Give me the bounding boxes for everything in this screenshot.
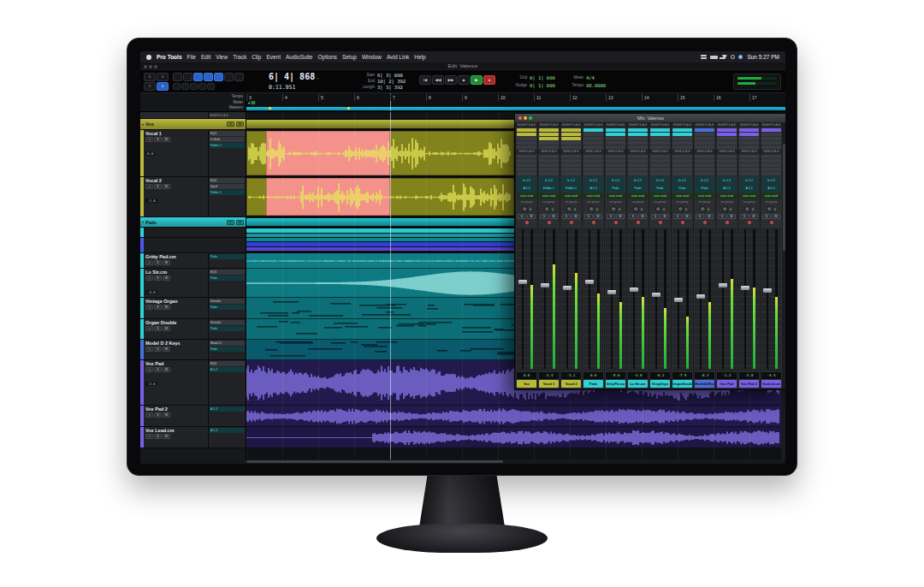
output-assignment[interactable]: A 1-2	[739, 185, 759, 192]
mute-button[interactable]: M	[727, 214, 736, 219]
send-slot[interactable]	[583, 159, 603, 163]
send-slot[interactable]	[628, 168, 648, 171]
grab-tool[interactable]	[204, 73, 213, 81]
automation-mode[interactable]: auto read	[561, 193, 581, 199]
solo-button[interactable]: S	[740, 214, 749, 219]
send-slot[interactable]	[739, 155, 759, 158]
insert-slot[interactable]	[583, 133, 603, 136]
zoom-button-1[interactable]	[173, 83, 181, 90]
insert-slot[interactable]	[739, 128, 759, 132]
input-assignment[interactable]: In 1-2	[650, 177, 670, 184]
send-slot[interactable]	[695, 168, 714, 171]
output-assignment[interactable]: A 1-2	[517, 185, 536, 192]
mute-button[interactable]: M	[772, 214, 780, 219]
solo-button[interactable]: S	[607, 214, 615, 219]
output-assignment[interactable]: A 1-2	[210, 406, 245, 412]
send-slot[interactable]	[650, 159, 670, 163]
fader-track[interactable]	[544, 229, 546, 369]
strip-name[interactable]: Vox Pad	[717, 380, 737, 388]
mode-button-shuffle[interactable]: S	[144, 73, 156, 81]
send-slot[interactable]	[539, 172, 559, 175]
solo-button[interactable]: S	[227, 220, 234, 225]
menu-item-clip[interactable]: Clip	[252, 54, 261, 60]
mute-button[interactable]: M	[594, 214, 602, 219]
send-slot[interactable]	[539, 155, 559, 158]
spotlight-icon[interactable]	[731, 55, 735, 59]
fader-track[interactable]	[767, 229, 768, 369]
output-assignment[interactable]: Pads	[672, 185, 692, 192]
insert-slot[interactable]	[761, 145, 781, 149]
send-slot[interactable]	[517, 168, 536, 171]
insert-slot[interactable]: Model D	[210, 341, 245, 346]
send-slot[interactable]	[695, 172, 714, 175]
output-assignment[interactable]: Pads	[210, 254, 245, 259]
send-slot[interactable]	[561, 159, 581, 163]
insert-slot[interactable]	[583, 128, 603, 132]
solo-button[interactable]: S	[540, 214, 548, 219]
insert-slot[interactable]	[650, 145, 670, 149]
insert-slot[interactable]	[539, 133, 559, 136]
track-header-track-5[interactable]	[140, 238, 246, 253]
record-enable-button[interactable]: ●	[145, 326, 153, 331]
bar-number[interactable]: 10	[498, 94, 506, 101]
send-slot[interactable]	[561, 155, 581, 158]
record-enable-button[interactable]	[748, 221, 751, 224]
mute-button[interactable]: M	[572, 214, 580, 219]
insert-slot[interactable]	[628, 145, 648, 149]
send-slot[interactable]	[672, 155, 692, 158]
ruler-lane-markers[interactable]: Markers	[143, 105, 243, 110]
pan-knob[interactable]	[544, 206, 550, 212]
insert-slot[interactable]	[761, 141, 781, 145]
mixer-strip-vocal-2[interactable]: INSERTS A-ESENDS A-EIn 1-2Folder 1auto r…	[560, 123, 582, 388]
record-enable-button[interactable]: ●	[145, 434, 153, 439]
solo-button[interactable]: S	[154, 326, 162, 331]
selection-field-value[interactable]: 6| 3| 000	[377, 73, 403, 78]
input-assignment[interactable]: In 1-2	[583, 177, 603, 184]
record-enable-button[interactable]	[770, 221, 773, 224]
track-header-gritty-pad-cm[interactable]: Gritty Pad.cm●SMPads	[140, 253, 246, 269]
menu-item-track[interactable]: Track	[233, 54, 246, 60]
main-counter-value[interactable]: 6| 4| 868	[269, 72, 315, 81]
menu-item-file[interactable]: File	[187, 54, 196, 60]
record-enable-button[interactable]: ●	[145, 347, 153, 352]
strip-name[interactable]: Vox Pad 2	[739, 380, 759, 388]
send-slot[interactable]	[606, 159, 625, 163]
bar-number[interactable]: 13	[606, 94, 613, 101]
input-assignment[interactable]: In 1-2	[517, 177, 536, 184]
fader-handle[interactable]	[563, 286, 572, 290]
mute-button[interactable]: M	[163, 184, 170, 189]
insert-slot[interactable]	[739, 145, 759, 149]
send-slot[interactable]	[650, 172, 670, 175]
insert-slot[interactable]	[695, 137, 714, 140]
output-assignment[interactable]: A 1-2	[210, 428, 245, 433]
strip-name[interactable]: Lo Str.cm	[628, 380, 648, 388]
send-slot[interactable]	[650, 155, 670, 158]
output-assignment[interactable]: A 1-2	[717, 185, 737, 192]
fader-handle[interactable]	[630, 288, 638, 292]
strip-name[interactable]: GrityPd.cm	[606, 380, 625, 388]
minimize-icon[interactable]	[149, 65, 152, 68]
mixer-strip-vox-pad[interactable]: INSERTS A-ESENDS A-EIn 1-2A 1-2auto read…	[716, 123, 737, 388]
input-assignment[interactable]: In 1-2	[717, 177, 737, 184]
bar-number[interactable]: 5	[318, 94, 323, 101]
record-enable-button[interactable]	[703, 221, 707, 224]
insert-slot[interactable]	[517, 133, 536, 136]
insert-slot[interactable]	[517, 128, 536, 132]
insert-slot[interactable]	[672, 128, 692, 132]
bar-number[interactable]: 16	[714, 94, 721, 101]
send-slot[interactable]	[761, 159, 781, 163]
automation-mode[interactable]: auto read	[717, 193, 737, 199]
insert-slot[interactable]	[606, 141, 625, 145]
bar-number[interactable]: 12	[570, 94, 578, 101]
fader-track[interactable]	[589, 229, 590, 369]
close-icon[interactable]	[144, 65, 147, 68]
output-assignment[interactable]: Pads	[210, 276, 245, 281]
fader-handle[interactable]	[607, 290, 616, 294]
mute-button[interactable]: M	[549, 214, 558, 219]
strip-name[interactable]: Vocal 1	[539, 380, 559, 388]
mute-button[interactable]: M	[749, 214, 758, 219]
zoom-button-5[interactable]	[207, 83, 215, 90]
menu-item-audiosuite[interactable]: AudioSuite	[286, 54, 312, 60]
insert-slot[interactable]	[539, 141, 559, 145]
apple-menu-icon[interactable]	[146, 55, 151, 60]
